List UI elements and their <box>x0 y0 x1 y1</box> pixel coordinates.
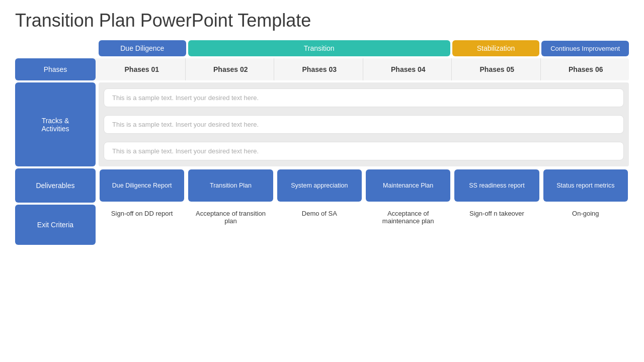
deliverable-col-5: SS readiness report <box>453 168 540 203</box>
exit-col-5: Sign-off n takeover <box>453 205 540 245</box>
deliverable-box-4: Maintenance Plan <box>366 169 450 202</box>
top-header-cols: Due Diligence Transition Stabilization C… <box>99 40 629 56</box>
phase-col-5: Phases 05 <box>454 58 541 80</box>
deliverables-label-col: Deliverables <box>15 168 96 203</box>
exit-col-1: Sign-off on DD report <box>99 205 185 245</box>
exit-label-box: Exit Criteria <box>15 205 96 245</box>
sample-text-3[interactable]: This is a sample text. Insert your desir… <box>104 142 624 160</box>
sample-text-1[interactable]: This is a sample text. Insert your desir… <box>104 88 624 107</box>
phases-row: Phases Phases 01 Phases 02 Phases 03 Pha… <box>15 58 629 80</box>
deliverable-box-3: System appreciation <box>277 169 362 202</box>
exit-col-6: On-going <box>542 205 629 245</box>
header-transition: Transition <box>188 40 450 56</box>
deliverable-col-3: System appreciation <box>276 168 363 203</box>
exit-row: Exit Criteria Sign-off on DD report Acce… <box>15 205 629 245</box>
tracks-content-area: This is a sample text. Insert your desir… <box>99 82 629 166</box>
exit-col-4: Acceptance of maintenance plan <box>365 205 451 245</box>
phase-col-2: Phases 02 <box>188 58 275 80</box>
deliverables-row: Deliverables Due Diligence Report Transi… <box>15 168 629 203</box>
phase-col-6: Phases 06 <box>543 58 629 80</box>
top-header-row: Due Diligence Transition Stabilization C… <box>15 40 629 56</box>
phases-label-box: Phases <box>15 58 96 80</box>
deliverable-col-1: Due Diligence Report <box>99 168 185 203</box>
phases-cols: Phases 01 Phases 02 Phases 03 Phases 04 … <box>99 58 629 80</box>
tracks-label-col: Tracks & Activities <box>15 82 96 166</box>
header-due-diligence: Due Diligence <box>99 40 186 56</box>
header-continues-improvement: Continues Improvement <box>541 41 629 56</box>
exit-cols: Sign-off on DD report Acceptance of tran… <box>99 205 629 245</box>
tracks-row: Tracks & Activities This is a sample tex… <box>15 82 629 166</box>
exit-label-col: Exit Criteria <box>15 205 96 245</box>
phases-label-col: Phases <box>15 58 96 80</box>
deliverable-box-5: SS readiness report <box>454 169 539 202</box>
deliverable-col-6: Status report metrics <box>542 168 629 203</box>
top-header-transition: Transition <box>188 40 450 56</box>
page-title: Transition Plan PowerPoint Template <box>15 10 629 31</box>
deliverable-box-2: Transition Plan <box>188 169 273 202</box>
phase-col-4: Phases 04 <box>365 58 452 80</box>
deliverable-box-1: Due Diligence Report <box>100 169 184 202</box>
main-layout: Due Diligence Transition Stabilization C… <box>15 40 629 245</box>
exit-col-3: Demo of SA <box>276 205 363 245</box>
top-header-due-diligence: Due Diligence <box>99 40 186 56</box>
phase-col-3: Phases 03 <box>276 58 363 80</box>
exit-col-2: Acceptance of transition plan <box>187 205 274 245</box>
deliverable-col-4: Maintenance Plan <box>365 168 451 203</box>
phase-col-1: Phases 01 <box>99 58 186 80</box>
deliverable-box-6: Status report metrics <box>543 169 628 202</box>
deliverables-label-box: Deliverables <box>15 168 96 203</box>
header-stabilization: Stabilization <box>452 40 540 56</box>
tracks-label-box: Tracks & Activities <box>15 82 96 166</box>
deliverables-cols: Due Diligence Report Transition Plan Sys… <box>99 168 629 203</box>
deliverable-col-2: Transition Plan <box>187 168 274 203</box>
sample-text-2[interactable]: This is a sample text. Insert your desir… <box>104 115 624 134</box>
top-header-continues-improvement: Continues Improvement <box>541 40 629 56</box>
top-header-stabilization: Stabilization <box>452 40 540 56</box>
